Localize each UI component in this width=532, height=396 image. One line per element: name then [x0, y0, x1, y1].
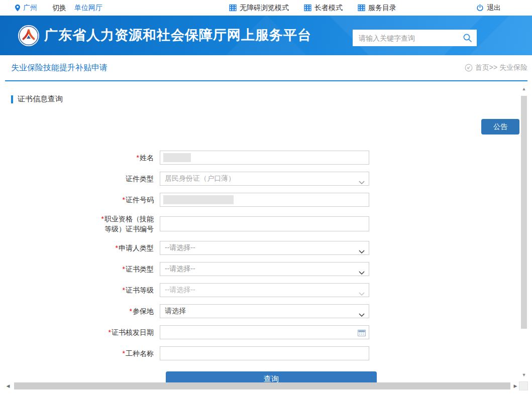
breadcrumb[interactable]: 首页>> 失业保险 — [465, 55, 527, 80]
required-mark: * — [116, 244, 118, 252]
form-row-name: *姓名 — [94, 151, 378, 165]
horizontal-scrollbar-thumb[interactable] — [14, 382, 510, 389]
field-label: *工种名称 — [94, 346, 160, 360]
vertical-scrollbar-thumb[interactable] — [521, 96, 527, 329]
field-label: *参保地 — [94, 304, 160, 318]
select-value: 请选择 — [160, 307, 186, 316]
required-mark: * — [101, 215, 104, 223]
chevron-down-icon — [359, 268, 365, 277]
label-text: 申请人类型 — [119, 244, 154, 252]
issue-date-input-box — [160, 325, 369, 339]
scroll-down-arrow[interactable]: ▼ — [520, 371, 527, 378]
top-utility-bar: 广州 切换 单位网厅 无障碍浏览模式 长者模式 服务目录 — [0, 0, 532, 16]
name-input[interactable] — [160, 151, 369, 165]
search-icon[interactable] — [463, 33, 472, 43]
form-row-certificate-number: *职业资格（技能等级）证书编号 — [94, 214, 378, 234]
job-title-input[interactable] — [160, 347, 369, 360]
location-label[interactable]: 广州 — [23, 4, 37, 13]
elder-mode-link[interactable]: 长者模式 — [304, 4, 343, 13]
redacted-value — [163, 195, 234, 204]
required-mark: * — [130, 307, 132, 315]
field-label: *申请人类型 — [94, 241, 160, 255]
site-title: 广东省人力资源和社会保障厅网上服务平台 — [44, 16, 311, 55]
form-row-job-title: *工种名称 — [94, 346, 378, 360]
certificate-type-select[interactable]: --请选择-- — [160, 262, 369, 276]
scroll-right-arrow[interactable]: ▶ — [512, 382, 519, 389]
form-row-certificate-level: *证书等级 --请选择-- — [94, 283, 378, 297]
required-mark: * — [123, 349, 125, 357]
certificate-query-form: *姓名 证件类型 居民身份证（户口薄） *证件号码 *职业资格（技能等级）证书编… — [94, 151, 378, 387]
chevron-down-icon — [359, 289, 365, 298]
accessibility-mode-link[interactable]: 无障碍浏览模式 — [229, 4, 289, 13]
service-directory-label: 服务目录 — [368, 4, 396, 13]
label-text: 参保地 — [133, 307, 154, 315]
agency-logo — [18, 25, 39, 46]
power-icon — [476, 4, 484, 12]
field-label: *证书等级 — [94, 283, 160, 297]
form-row-id-number: *证件号码 — [94, 193, 378, 207]
pin-icon — [14, 4, 21, 12]
grid-icon — [229, 4, 237, 12]
chevron-down-icon — [359, 177, 365, 186]
issue-date-input[interactable] — [160, 326, 369, 339]
logout-label: 退出 — [487, 4, 501, 13]
select-value: --请选择-- — [160, 265, 195, 274]
label-text: 证件号码 — [126, 196, 154, 204]
section-accent-bar — [11, 95, 13, 103]
required-mark: * — [109, 328, 111, 336]
job-title-input-box — [160, 346, 369, 360]
applicant-type-select[interactable]: --请选择-- — [160, 241, 369, 255]
notice-button[interactable]: 公告 — [481, 119, 519, 135]
id-number-input[interactable] — [160, 193, 369, 207]
page-title: 失业保险技能提升补贴申请 — [11, 55, 108, 80]
select-value: --请选择-- — [160, 243, 195, 252]
field-label: *姓名 — [94, 151, 160, 165]
field-label: *证件号码 — [94, 193, 160, 207]
id-type-select[interactable]: 居民身份证（户口薄） — [160, 172, 369, 186]
scrollbar-corner — [519, 381, 528, 390]
required-mark: * — [123, 196, 125, 204]
label-text: 职业资格（技能等级）证书编号 — [104, 215, 154, 233]
unit-hall-link[interactable]: 单位网厅 — [74, 4, 102, 13]
label-text: 证件类型 — [126, 175, 154, 183]
grid-icon — [304, 4, 311, 12]
chevron-down-icon — [359, 246, 365, 255]
breadcrumb-bar: 失业保险技能提升补贴申请 首页>> 失业保险 — [0, 55, 532, 81]
label-text: 证书等级 — [126, 286, 154, 294]
label-text: 证书类型 — [126, 265, 154, 273]
site-header: 广东省人力资源和社会保障厅网上服务平台 — [0, 16, 532, 55]
certificate-number-input[interactable] — [160, 217, 369, 231]
content-area: 证书信息查询 公告 *姓名 证件类型 居民身份证（户口薄） *证件号码 *职业资… — [0, 81, 532, 396]
switch-link[interactable]: 切换 — [52, 4, 66, 13]
grid-icon — [358, 4, 365, 12]
insured-place-select[interactable]: 请选择 — [160, 304, 369, 318]
section-title: 证书信息查询 — [18, 94, 63, 104]
form-row-insured-place: *参保地 请选择 — [94, 304, 378, 318]
page: 广州 切换 单位网厅 无障碍浏览模式 长者模式 服务目录 — [0, 0, 532, 396]
select-value: 居民身份证（户口薄） — [160, 174, 235, 183]
scroll-up-arrow[interactable]: ▲ — [520, 85, 527, 92]
service-directory-link[interactable]: 服务目录 — [358, 4, 396, 13]
scroll-left-arrow[interactable]: ◀ — [5, 382, 12, 389]
label-text: 证书核发日期 — [112, 328, 154, 336]
breadcrumb-trail: 首页>> 失业保险 — [475, 63, 527, 72]
chevron-down-icon — [359, 310, 365, 319]
logout-button[interactable]: 退出 — [476, 4, 501, 13]
back-circle-icon — [465, 64, 473, 72]
field-label: 证件类型 — [94, 172, 160, 186]
search-input[interactable] — [353, 30, 477, 46]
form-row-applicant-type: *申请人类型 --请选择-- — [94, 241, 378, 255]
form-row-id-type: 证件类型 居民身份证（户口薄） — [94, 172, 378, 186]
label-text: 工种名称 — [126, 349, 154, 357]
field-label: *证书核发日期 — [94, 325, 160, 339]
calendar-icon[interactable] — [358, 329, 366, 336]
required-mark: * — [123, 265, 125, 273]
required-mark: * — [123, 286, 125, 294]
field-label: *证书类型 — [94, 262, 160, 276]
header-search — [353, 30, 477, 46]
certificate-level-select[interactable]: --请选择-- — [160, 283, 369, 297]
section-header: 证书信息查询 — [11, 94, 63, 104]
elder-mode-label: 长者模式 — [314, 4, 343, 13]
redacted-value — [163, 153, 191, 162]
required-mark: * — [137, 154, 139, 162]
